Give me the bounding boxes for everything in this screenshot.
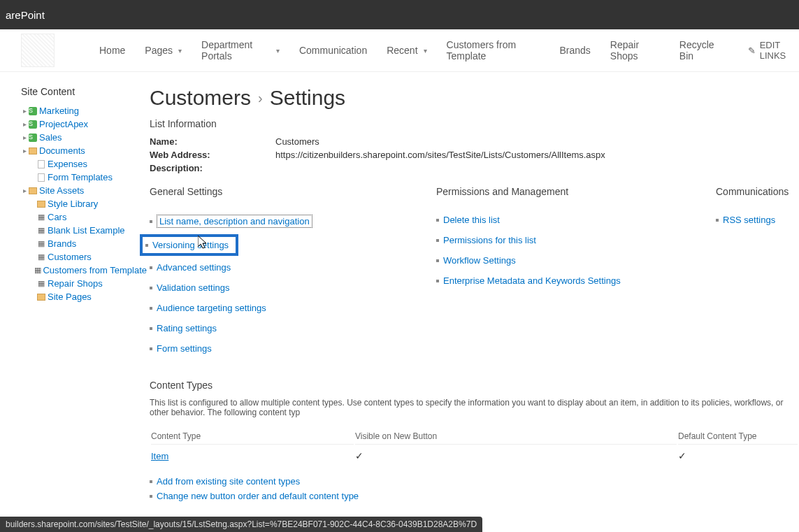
bullet-icon xyxy=(150,480,152,483)
site-tree: ▸SMarketing▸SProjectApex▸SSales▸Document… xyxy=(21,104,147,303)
highlight-versioning: Versioning settings xyxy=(140,234,238,256)
tree-item-blank-list-example[interactable]: ▦Blank List Example xyxy=(21,224,147,237)
nav-customers-from-template[interactable]: Customers from Template xyxy=(438,35,549,66)
expander-icon[interactable]: ▸ xyxy=(21,120,28,128)
bullet-icon xyxy=(716,219,719,222)
enterprise-metadata-link[interactable]: Enterprise Metadata and Keywords Setting… xyxy=(443,275,621,286)
description-value xyxy=(275,163,799,173)
nav-brands[interactable]: Brands xyxy=(551,41,598,60)
tree-item-label: Repair Shops xyxy=(48,278,103,289)
nav-home[interactable]: Home xyxy=(91,41,134,60)
tree-item-site-pages[interactable]: Site Pages xyxy=(21,290,147,303)
nav-recycle-bin[interactable]: Recycle Bin xyxy=(671,35,731,66)
name-label: Name: xyxy=(150,136,275,147)
breadcrumb-current: Settings xyxy=(270,86,345,110)
tree-item-form-templates[interactable]: Form Templates xyxy=(21,171,147,184)
add-content-type-link[interactable]: Add from existing site content types xyxy=(157,476,300,487)
nav-pages[interactable]: Pages▾ xyxy=(136,41,190,60)
edit-links-button[interactable]: ✎EDIT LINKS xyxy=(748,40,799,61)
pencil-icon: ✎ xyxy=(748,45,756,56)
rss-settings-link[interactable]: RSS settings xyxy=(723,215,775,225)
suite-brand: arePoint xyxy=(6,9,45,21)
check-icon: ✓ xyxy=(678,450,686,461)
nav-communication[interactable]: Communication xyxy=(291,41,375,60)
tree-item-brands[interactable]: ▦Brands xyxy=(21,237,147,250)
versioning-settings-link[interactable]: Versioning settings xyxy=(152,240,229,250)
status-bar: builders.sharepoint.com/sites/TestSite/_… xyxy=(0,517,482,532)
top-nav: HomePages▾Department Portals▾Communicati… xyxy=(0,29,799,72)
change-button-order-link[interactable]: Change new button order and default cont… xyxy=(157,491,359,501)
tree-item-label: Site Assets xyxy=(39,185,84,196)
tree-item-customers[interactable]: ▦Customers xyxy=(21,250,147,264)
bullet-icon xyxy=(150,266,152,269)
tree-item-label: Form Templates xyxy=(48,172,113,182)
tree-item-marketing[interactable]: ▸SMarketing xyxy=(21,104,147,117)
rating-settings-link[interactable]: Rating settings xyxy=(157,323,217,333)
caret-icon: ▾ xyxy=(276,47,280,55)
list-name-desc-nav-link[interactable]: List name, description and navigation xyxy=(157,215,312,228)
permissions-heading: Permissions and Management xyxy=(436,186,716,197)
workflow-settings-link[interactable]: Workflow Settings xyxy=(443,255,516,266)
bullet-icon xyxy=(145,244,148,247)
tree-item-cars[interactable]: ▦Cars xyxy=(21,210,147,224)
caret-icon: ▾ xyxy=(178,47,182,55)
expander-icon[interactable]: ▸ xyxy=(21,107,28,115)
tree-item-label: Customers from Template xyxy=(43,265,147,275)
web-address-value: https://citizenbuilders.sharepoint.com/s… xyxy=(275,150,799,160)
ct-col-type: Content Type xyxy=(151,429,354,445)
expander-icon[interactable]: ▸ xyxy=(21,134,28,141)
bullet-icon xyxy=(436,219,439,222)
tree-item-label: Cars xyxy=(48,212,66,222)
expander-icon[interactable]: ▸ xyxy=(21,147,28,154)
list-icon: ▦ xyxy=(36,226,46,236)
folder-icon xyxy=(28,186,38,196)
form-settings-link[interactable]: Form settings xyxy=(157,343,212,354)
tree-item-sales[interactable]: ▸SSales xyxy=(21,131,147,144)
bullet-icon xyxy=(150,495,152,498)
tree-item-repair-shops[interactable]: ▦Repair Shops xyxy=(21,277,147,290)
folder-icon xyxy=(28,146,38,156)
site-logo[interactable] xyxy=(21,34,55,67)
tree-item-label: Brands xyxy=(48,238,76,249)
advanced-settings-link[interactable]: Advanced settings xyxy=(157,262,231,273)
bullet-icon xyxy=(150,327,152,330)
list-icon: ▦ xyxy=(36,239,46,249)
content-types-heading: Content Types xyxy=(150,380,799,391)
delete-list-link[interactable]: Delete this list xyxy=(443,215,500,225)
tree-item-customers-from-template[interactable]: ▦Customers from Template xyxy=(21,264,147,277)
main-content: Customers › Settings List Information Na… xyxy=(147,86,799,532)
ct-row-item-link[interactable]: Item xyxy=(151,451,168,461)
validation-settings-link[interactable]: Validation settings xyxy=(157,282,230,293)
nav-recent[interactable]: Recent▾ xyxy=(378,41,435,60)
nav-repair-shops[interactable]: Repair Shops xyxy=(602,35,668,66)
list-icon: ▦ xyxy=(34,266,41,275)
folder-icon xyxy=(36,292,46,302)
description-label: Description: xyxy=(150,163,275,173)
tree-item-documents[interactable]: ▸Documents xyxy=(21,144,147,157)
site-icon: S xyxy=(28,106,38,116)
breadcrumb-parent[interactable]: Customers xyxy=(150,86,251,110)
tree-item-label: ProjectApex xyxy=(39,119,88,129)
bullet-icon xyxy=(436,259,439,262)
audience-targeting-link[interactable]: Audience targeting settings xyxy=(157,303,266,313)
tree-item-label: Site Pages xyxy=(48,292,92,302)
expander-icon[interactable]: ▸ xyxy=(21,187,28,194)
communications-links: RSS settings xyxy=(716,210,799,230)
tree-item-expenses[interactable]: Expenses xyxy=(21,157,147,171)
document-icon xyxy=(36,173,46,182)
tree-item-site-assets[interactable]: ▸Site Assets xyxy=(21,184,147,197)
tree-item-style-library[interactable]: Style Library xyxy=(21,197,147,210)
permissions-list-link[interactable]: Permissions for this list xyxy=(443,235,536,245)
sidebar-heading: Site Content xyxy=(21,86,147,97)
bullet-icon xyxy=(436,239,439,242)
nav-department-portals[interactable]: Department Portals▾ xyxy=(193,35,288,66)
suite-bar: arePoint xyxy=(0,0,799,29)
tree-item-label: Marketing xyxy=(39,106,79,116)
breadcrumb-sep-icon: › xyxy=(258,90,263,106)
site-icon: S xyxy=(28,133,38,143)
content-types-table: Content Type Visible on New Button Defau… xyxy=(150,427,799,467)
bullet-icon xyxy=(150,307,152,310)
list-icon: ▦ xyxy=(36,213,46,222)
name-value: Customers xyxy=(275,136,799,147)
tree-item-projectapex[interactable]: ▸SProjectApex xyxy=(21,117,147,131)
